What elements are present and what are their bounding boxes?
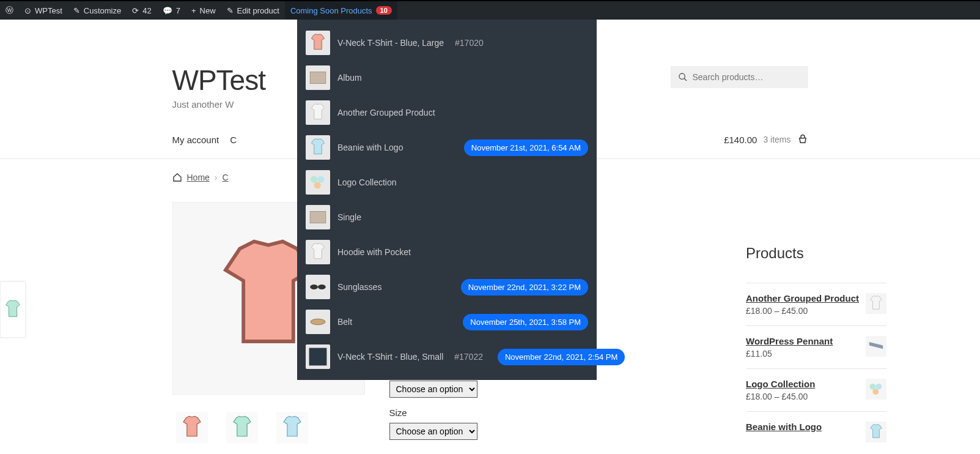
- item-name: Sunglasses: [337, 282, 381, 292]
- item-date-badge: November 21st, 2021, 6:54 AM: [464, 140, 588, 156]
- item-sku: #17020: [455, 38, 484, 48]
- product-thumb: [306, 65, 330, 90]
- svg-point-12: [870, 384, 876, 390]
- breadcrumb-next[interactable]: C: [223, 173, 229, 182]
- color-select[interactable]: Choose an option: [389, 381, 477, 398]
- widget-product-item: Beanie with Logo: [746, 411, 886, 452]
- coming-soon-item[interactable]: SunglassesNovember 22nd, 2021, 3:22 PM: [303, 272, 591, 302]
- item-date-badge: November 25th, 2021, 3:58 PM: [463, 314, 588, 330]
- widget-product-item: Another Grouped Product£18.00 – £45.00: [746, 283, 886, 326]
- site-name-link[interactable]: ⊙ WPTest: [19, 1, 68, 20]
- widget-product-name[interactable]: Logo Collection: [746, 379, 860, 389]
- svg-rect-0: [310, 72, 326, 83]
- dashboard-icon: ⊙: [24, 6, 31, 15]
- item-date-badge: November 22nd, 2021, 3:22 PM: [461, 279, 588, 296]
- item-date-badge: November 22nd, 2021, 2:54 PM: [498, 349, 625, 365]
- customize-link[interactable]: ✎ Customize: [68, 1, 127, 20]
- pencil-icon: ✎: [227, 6, 234, 15]
- coming-soon-item[interactable]: BeltNovember 25th, 2021, 3:58 PM: [303, 307, 591, 337]
- product-thumb: [306, 170, 330, 195]
- comments-count: 7: [176, 6, 180, 15]
- comment-icon: 💬: [163, 6, 172, 15]
- nav-my-account[interactable]: My account: [172, 135, 219, 145]
- widget-product-item: Logo Collection£18.00 – £45.00: [746, 368, 886, 411]
- coming-soon-badge: 10: [376, 6, 392, 15]
- comments-link[interactable]: 💬 7: [157, 1, 186, 20]
- nav-cart-partial[interactable]: C: [230, 135, 237, 145]
- products-widget: Products Another Grouped Product£18.00 –…: [746, 245, 886, 452]
- widget-product-thumb: [866, 379, 886, 400]
- widget-product-name[interactable]: Beanie with Logo: [746, 422, 860, 432]
- home-icon: [172, 173, 182, 182]
- coming-soon-dropdown: V-Neck T-Shirt - Blue, Large#17020AlbumA…: [297, 20, 597, 380]
- widget-product-thumb: [866, 422, 886, 442]
- svg-point-7: [311, 319, 325, 325]
- coming-soon-item[interactable]: Another Grouped Product: [303, 98, 591, 127]
- svg-point-13: [875, 384, 882, 390]
- svg-line-10: [684, 78, 687, 81]
- product-thumb: [306, 344, 330, 369]
- updates-count: 42: [142, 6, 151, 15]
- widget-heading: Products: [746, 245, 886, 262]
- widget-product-thumb: [866, 293, 886, 314]
- item-name: V-Neck T-Shirt - Blue, Small: [337, 352, 443, 362]
- coming-soon-item[interactable]: Single: [303, 203, 591, 232]
- coming-soon-item[interactable]: V-Neck T-Shirt - Blue, Small#17022Novemb…: [303, 342, 591, 371]
- coming-soon-item[interactable]: Logo Collection: [303, 168, 591, 197]
- widget-product-price: £18.00 – £45.00: [746, 392, 860, 401]
- svg-point-1: [311, 176, 317, 183]
- coming-soon-item[interactable]: V-Neck T-Shirt - Blue, Large#17020: [303, 28, 591, 58]
- svg-marker-11: [869, 342, 883, 349]
- coming-soon-item[interactable]: Beanie with LogoNovember 21st, 2021, 6:5…: [303, 133, 591, 162]
- product-thumb[interactable]: [276, 412, 308, 444]
- coming-soon-item[interactable]: Album: [303, 63, 591, 92]
- prev-product-float[interactable]: [0, 281, 26, 338]
- edit-product-link[interactable]: ✎ Edit product: [221, 1, 285, 20]
- item-name: V-Neck T-Shirt - Blue, Large: [337, 38, 444, 48]
- product-thumb[interactable]: [226, 412, 258, 444]
- product-thumbnails: [172, 412, 365, 444]
- plus-icon: +: [191, 6, 196, 15]
- coming-soon-item[interactable]: Hoodie with Pocket: [303, 237, 591, 267]
- coming-soon-link[interactable]: Coming Soon Products 10: [285, 1, 397, 20]
- widget-product-price: £11.05: [746, 349, 860, 359]
- product-thumb: [306, 100, 330, 125]
- brush-icon: ✎: [73, 6, 80, 15]
- svg-point-14: [872, 389, 879, 395]
- svg-rect-8: [309, 348, 327, 366]
- product-thumb: [306, 240, 330, 264]
- new-label: New: [200, 6, 216, 15]
- breadcrumb-separator: ›: [215, 173, 218, 182]
- wp-logo[interactable]: ⓦ: [0, 1, 19, 20]
- item-name: Logo Collection: [337, 177, 397, 187]
- cart-item-count: 3 items: [763, 135, 790, 144]
- widget-product-name[interactable]: WordPress Pennant: [746, 336, 860, 346]
- size-select[interactable]: Choose an option: [389, 423, 477, 440]
- widget-product-thumb: [866, 336, 886, 357]
- wp-admin-bar: ⓦ ⊙ WPTest ✎ Customize ⟳ 42 💬 7 + New ✎ …: [0, 0, 980, 20]
- new-link[interactable]: + New: [186, 1, 221, 20]
- item-name: Single: [337, 212, 361, 222]
- edit-product-label: Edit product: [237, 6, 279, 15]
- product-thumb: [306, 205, 330, 229]
- widget-product-item: WordPress Pennant£11.05: [746, 326, 886, 368]
- search-icon: [678, 72, 688, 82]
- product-search[interactable]: [671, 66, 808, 88]
- svg-point-9: [679, 73, 685, 79]
- search-input[interactable]: [693, 72, 801, 82]
- item-name: Hoodie with Pocket: [337, 247, 411, 257]
- size-label: Size: [389, 407, 808, 418]
- svg-rect-4: [310, 211, 326, 223]
- coming-soon-label: Coming Soon Products: [290, 6, 372, 15]
- svg-point-5: [310, 285, 318, 289]
- widget-product-name[interactable]: Another Grouped Product: [746, 293, 860, 303]
- breadcrumb-home[interactable]: Home: [187, 173, 210, 182]
- widget-product-price: £18.00 – £45.00: [746, 306, 860, 316]
- cart-summary[interactable]: £140.00 3 items: [724, 134, 808, 145]
- item-name: Beanie with Logo: [337, 143, 403, 152]
- item-name: Album: [337, 73, 362, 83]
- updates-link[interactable]: ⟳ 42: [127, 1, 157, 20]
- product-thumb[interactable]: [176, 412, 208, 444]
- site-name-label: WPTest: [35, 6, 62, 15]
- product-thumb: [306, 310, 330, 334]
